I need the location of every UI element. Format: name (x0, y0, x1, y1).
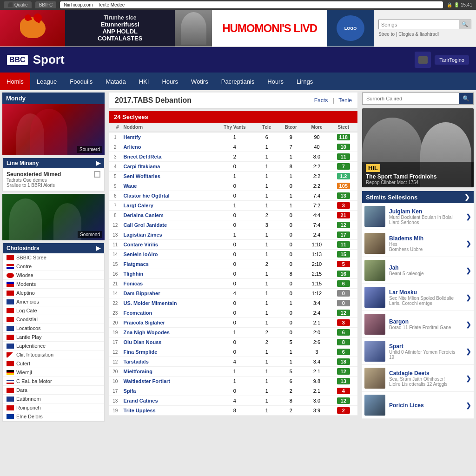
stimit-arrow[interactable]: ❯ (466, 267, 471, 274)
featured-image[interactable]: HIL The Sport Tamd Frodniohs Repop Clinb… (362, 108, 474, 187)
browser-tab2[interactable]: BBIFC (35, 1, 56, 8)
choto-wiodse[interactable]: Wiodse (3, 271, 104, 280)
tenie-link[interactable]: Tenie (338, 97, 352, 104)
row-v1: 0 (213, 240, 256, 250)
row-name[interactable]: Trite Uppless (121, 406, 214, 416)
col-bteor: Bteor (278, 123, 304, 132)
choto-sbbic[interactable]: SBBIC Scree (3, 253, 104, 262)
right-search[interactable]: 🔍 (362, 93, 474, 105)
row-name[interactable]: Dam Bippraher (121, 289, 214, 298)
choto-locatiocos[interactable]: Locatiocos (3, 324, 104, 333)
choto-cliit[interactable]: Cliit Intoquisition (3, 350, 104, 359)
row-name[interactable]: Mieltforaing (121, 367, 214, 377)
row-name[interactable]: Clastor hic Ogtlrtal (121, 191, 214, 201)
nav-item-fooduils[interactable]: Fooduils (63, 73, 99, 90)
choto-cutert[interactable]: Cutert (3, 359, 104, 368)
choto-roinporich[interactable]: Roinporich (3, 403, 104, 412)
ad-search-box[interactable]: 🔍 (378, 20, 471, 29)
row-name[interactable]: Fonicas (121, 279, 214, 289)
row-name[interactable]: Derlaina Canlem (121, 211, 214, 220)
stimit-name: Bladems Mih (389, 235, 462, 242)
stimit-item[interactable]: Bargon Borad 11 Friate Frorltral Gane ❯ (362, 311, 474, 338)
row-name[interactable]: Hemtfy (121, 132, 214, 142)
stimit-item[interactable]: Bladems Mih Hes Bornhess Ubbre ❯ (362, 230, 474, 257)
row-name[interactable]: Erand Catines (121, 396, 214, 406)
chotosimdrs-arrow[interactable]: ▶ (96, 245, 100, 251)
choto-coodstial[interactable]: Coodstial (3, 315, 104, 324)
facts-link[interactable]: Facts (314, 97, 328, 104)
choto-celba[interactable]: C EaL ba Motor (3, 377, 104, 386)
stimit-arrow[interactable]: ❯ (466, 213, 471, 220)
row-name[interactable]: Call Grol Janidate (121, 220, 214, 230)
row-name[interactable]: Fiatgmacs (121, 259, 214, 269)
stimit-item[interactable]: Spart Uhltd 0 Atlniofor Yemen Feroieis 1… (362, 338, 474, 365)
row-name[interactable]: Lagistian Zimes (121, 230, 214, 240)
row-name[interactable]: Contare Virilis (121, 240, 214, 250)
nav-item-pacreptianis[interactable]: Pacreptianis (215, 73, 261, 90)
choto-wiernjl[interactable]: Wiernjl (3, 368, 104, 377)
stimit-arrow[interactable]: ❯ (466, 375, 471, 382)
ad-headline[interactable]: HUMOMONI'S LIVD (212, 10, 327, 47)
choto-lantie[interactable]: Lantie Play (3, 333, 104, 342)
right-search-input[interactable] (363, 93, 459, 104)
choto-eatibnnem[interactable]: Eatibnnem (3, 395, 104, 403)
stimit-item[interactable]: Jah Beant 5 caleogje ❯ (362, 257, 474, 284)
row-name[interactable]: Spifa (121, 386, 214, 396)
choto-amenoios[interactable]: Amenoios (3, 298, 104, 306)
row-name[interactable]: Tarstadals (121, 357, 214, 367)
browser-tab[interactable]: ⬛ Qualie (4, 1, 32, 8)
nav-item-matada[interactable]: Matada (99, 73, 132, 90)
stimit-item[interactable]: Lar Mosku Sec Nite Mlion Spoled Bolidali… (362, 284, 474, 311)
row-name[interactable]: Praicola Siglaher (121, 318, 214, 328)
line-player-item[interactable]: Seunosteried Mimed Tadrats Ose demes Sra… (3, 168, 104, 191)
bbc-account-button[interactable]: TarirTogino (435, 55, 469, 65)
choto-laptentience[interactable]: Laptentience (3, 342, 104, 350)
row-name[interactable]: Fcomeation (121, 308, 214, 318)
stimits-title[interactable]: Stimits Sellesions ❯ (362, 191, 474, 203)
nav-item-homis[interactable]: Homis (0, 73, 30, 90)
nav-item-hours2[interactable]: Hours (261, 73, 290, 90)
stimit-arrow[interactable]: ❯ (466, 402, 471, 409)
row-name[interactable]: US. Moider Mimentain (121, 298, 214, 308)
ad-text3: ANP HOLDL (102, 28, 138, 35)
choto-contre[interactable]: Contre (3, 262, 104, 271)
row-name[interactable]: Waue (121, 181, 214, 191)
row-name[interactable]: Tlighhin (121, 269, 214, 279)
row-name[interactable]: Zna Nigh Wopodes (121, 328, 214, 337)
bbc-logo[interactable]: BBC Sport (7, 53, 65, 67)
row-badge: 12 (329, 220, 357, 230)
row-name[interactable]: Senl Wofitaries (121, 172, 214, 181)
stimit-item[interactable]: Poricin Lices ❯ (362, 392, 474, 419)
choto-logcate[interactable]: Log Cate (3, 306, 104, 315)
stimit-arrow[interactable]: ❯ (466, 240, 471, 247)
nav-item-lirngs[interactable]: Lirngs (290, 73, 319, 90)
choto-dara[interactable]: Dara (3, 386, 104, 395)
nav-item-wotirs[interactable]: Wotirs (185, 73, 215, 90)
ad-search-input[interactable] (379, 20, 459, 29)
stimit-arrow[interactable]: ❯ (466, 348, 471, 355)
row-name[interactable]: Olu Dian Nouss (121, 337, 214, 347)
choto-modents[interactable]: Modents (3, 280, 104, 289)
choto-elnedelors[interactable]: Elne Delors (3, 412, 104, 421)
stimit-item[interactable]: Catdagle Deets Sea, Sram Jaith Othihoser… (362, 365, 474, 392)
row-v4: 40 (304, 142, 330, 152)
stimit-arrow[interactable]: ❯ (466, 294, 471, 301)
row-name[interactable]: Carpi fltakiama (121, 162, 214, 172)
row-name[interactable]: Largt Calery (121, 201, 214, 211)
nav-item-hki[interactable]: HKI (132, 73, 156, 90)
stimit-item[interactable]: Julglam Ken Murd Docluient Boulan in Bol… (362, 203, 474, 230)
url-bar[interactable]: NiiiTiioop.com Tente Medee (60, 1, 443, 8)
stimit-arrow[interactable]: ❯ (466, 321, 471, 328)
row-name[interactable]: Arlieno (121, 142, 214, 152)
right-search-button[interactable]: 🔍 (459, 93, 473, 104)
ad-search-button[interactable]: 🔍 (459, 20, 471, 29)
nav-item-hours1[interactable]: Hours (155, 73, 185, 90)
choto-aleptino[interactable]: Aleptino (3, 289, 104, 298)
line-minany-arrow[interactable]: ▶ (96, 160, 100, 166)
nav-item-league[interactable]: League (30, 73, 63, 90)
row-v4: 7:4 (304, 220, 330, 230)
row-name[interactable]: Bnect Def:lReta (121, 152, 214, 162)
row-name[interactable]: Senieln loAlro (121, 250, 214, 259)
row-name[interactable]: Fina Srmplide (121, 347, 214, 357)
row-name[interactable]: Waltledster Fortlart (121, 377, 214, 386)
